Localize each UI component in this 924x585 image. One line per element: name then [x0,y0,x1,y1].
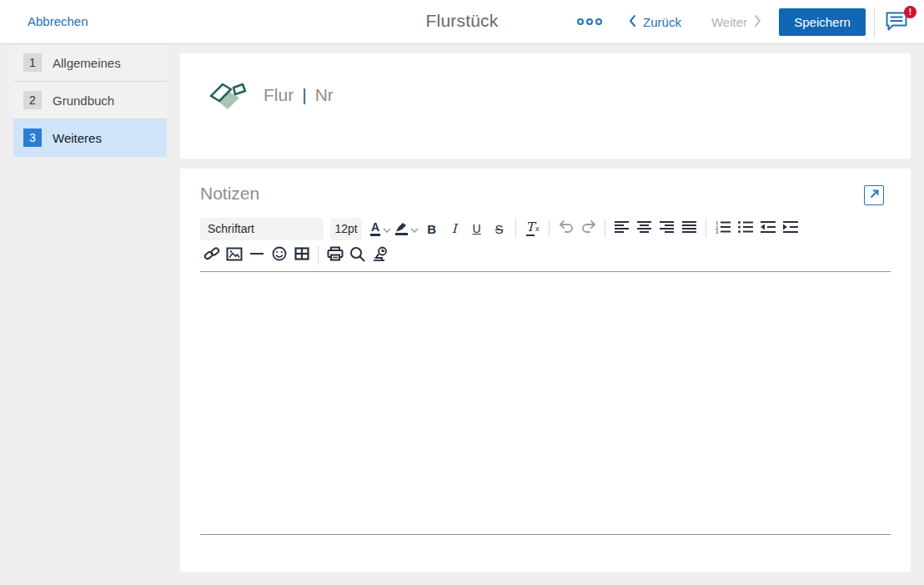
sidebar-item-grundbuch[interactable]: 2 Grundbuch [13,82,167,119]
font-size-select[interactable]: 12pt [330,218,362,240]
align-center-button[interactable] [633,218,655,240]
richtext-toolbar: Schriftart 12pt A [200,215,891,269]
next-button[interactable]: Weiter [711,14,762,30]
chevron-down-icon [410,221,419,236]
chevron-down-icon [383,221,391,236]
ellipsis-icon [576,15,603,30]
outdent-button[interactable] [756,218,779,240]
justify-button[interactable] [678,218,701,240]
link-icon [203,245,220,265]
emoji-button[interactable] [268,245,290,266]
title-separator: | [302,85,306,104]
chevron-left-icon [628,14,636,30]
redo-icon [580,219,597,238]
comment-bubble-icon [885,21,909,35]
indent-button[interactable] [779,218,801,240]
bullet-list-button[interactable] [734,218,756,240]
wizard-step-list: 1 Allgemeines 2 Grundbuch 3 Weiteres [13,44,167,157]
toolbar-separator [605,219,605,238]
align-left-button[interactable] [610,218,633,240]
align-right-button[interactable] [655,218,678,240]
text-color-icon: A [370,221,380,236]
record-title: Flur|Nr [264,85,334,105]
ordered-list-button[interactable]: 123 [711,218,734,240]
sidebar-item-label: Allgemeines [53,56,121,70]
strikethrough-icon: S [495,223,504,235]
save-button[interactable]: Speichern [779,8,866,36]
alert-badge: ! [904,6,916,18]
header-divider [874,8,875,38]
timestamp-icon [371,246,389,265]
horizontal-rule-button[interactable] [245,245,268,266]
comments-button[interactable]: ! [883,8,912,36]
toolbar-row-1: Schriftart 12pt A [200,215,891,242]
step-number-badge: 1 [23,53,42,72]
print-icon [327,246,344,265]
clear-formatting-button[interactable]: Tx [521,218,544,240]
sidebar-item-weiteres[interactable]: 3 Weiteres [13,119,167,157]
bold-icon: B [427,223,436,235]
italic-button[interactable]: I [443,218,465,240]
undo-button[interactable] [555,218,577,240]
bold-button[interactable]: B [420,218,443,240]
undo-icon [558,219,575,238]
image-button[interactable] [223,245,245,266]
table-button[interactable] [290,245,313,266]
timestamp-button[interactable] [369,245,391,266]
emoji-icon [272,246,287,265]
outdent-icon [760,220,776,237]
print-button[interactable] [324,245,346,266]
chevron-right-icon [754,14,762,30]
sidebar-item-allgemeines[interactable]: 1 Allgemeines [13,44,167,82]
more-menu-button[interactable] [573,12,606,33]
table-icon [294,247,309,264]
link-button[interactable] [200,245,223,266]
clear-formatting-icon: T [526,221,535,236]
search-button[interactable] [346,245,369,266]
notes-editor[interactable] [200,272,891,534]
sidebar-item-label: Grundbuch [53,93,114,108]
main-content: Flur|Nr Notizen Schriftart 12pt A [180,44,911,572]
text-color-button[interactable]: A [369,218,393,240]
notes-card: Notizen Schriftart 12pt A [180,169,911,572]
notes-section-title: Notizen [200,184,891,204]
highlight-color-button[interactable] [393,218,420,240]
step-number-badge: 2 [23,91,42,109]
cancel-button[interactable]: Abbrechen [28,14,88,28]
step-number-badge: 3 [23,129,42,147]
align-left-icon [614,220,630,237]
strikethrough-button[interactable]: S [488,218,510,240]
toolbar-separator [549,219,550,238]
svg-text:3: 3 [716,229,719,234]
header-bar: Abbrechen Flurstück Zurück Weiter Speich… [0,0,924,44]
page-title: Flurstück [426,11,499,31]
highlight-icon [394,222,408,235]
align-right-icon [659,220,675,237]
parcel-icon [208,80,247,113]
align-center-icon [636,220,652,237]
bullet-list-icon [737,220,754,237]
toolbar-row-2 [200,242,891,269]
search-icon [349,246,365,265]
horizontal-rule-icon [249,247,264,264]
italic-icon: I [452,223,457,235]
image-icon [226,247,243,265]
font-family-select[interactable]: Schriftart [200,218,324,240]
justify-icon [681,220,697,237]
expand-arrow-icon [869,188,880,203]
editor-bottom-rule [200,534,891,535]
back-button[interactable]: Zurück [628,14,681,30]
underline-icon: U [473,223,481,235]
toolbar-separator [318,246,319,265]
ordered-list-icon: 123 [715,220,731,237]
sidebar-item-label: Weiteres [53,131,102,145]
expand-button[interactable] [864,185,884,205]
record-header-card: Flur|Nr [180,53,911,159]
underline-button[interactable]: U [465,218,488,240]
toolbar-separator [515,219,516,238]
redo-button[interactable] [577,218,600,240]
indent-icon [782,220,799,237]
toolbar-separator [706,219,706,238]
